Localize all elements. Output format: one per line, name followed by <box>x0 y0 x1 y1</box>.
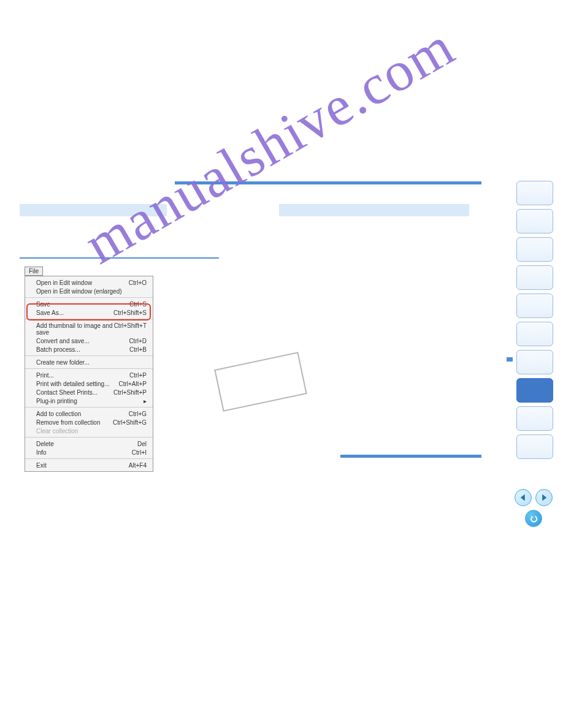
heading-bg-left <box>20 204 167 216</box>
menu-print[interactable]: Print...Ctrl+P <box>25 371 153 379</box>
separator-top <box>175 181 481 184</box>
menu-add-thumbnail[interactable]: Add thumbnail to image and saveCtrl+Shif… <box>25 321 153 336</box>
side-tab-8[interactable] <box>516 378 553 403</box>
side-tab-6[interactable] <box>516 322 553 346</box>
side-tab-1[interactable] <box>516 181 553 205</box>
menu-exit[interactable]: ExitAlt+F4 <box>25 461 153 469</box>
menu-plugin-printing[interactable]: Plug-in printing▸ <box>25 396 153 405</box>
menu-convert-save[interactable]: Convert and save...Ctrl+D <box>25 336 153 345</box>
menu-add-collection[interactable]: Add to collectionCtrl+G <box>25 409 153 418</box>
return-button[interactable] <box>525 510 542 527</box>
menu-remove-collection[interactable]: Remove from collectionCtrl+Shift+G <box>25 418 153 427</box>
heading-bg-right <box>279 204 469 216</box>
menu-open-edit[interactable]: Open in Edit windowCtrl+O <box>25 278 153 287</box>
menu-open-enlarged[interactable]: Open in Edit window (enlarged) <box>25 287 153 295</box>
menu-clear-collection: Clear collection <box>25 427 153 435</box>
prev-page-button[interactable] <box>515 489 532 506</box>
menu-save-as[interactable]: Save As...Ctrl+Shift+S <box>25 308 153 317</box>
stamp-rect <box>214 352 307 412</box>
side-tab-2[interactable] <box>516 209 553 233</box>
watermark-text: manualshive.com <box>74 13 465 277</box>
side-tab-4[interactable] <box>516 265 553 290</box>
menu-create-folder[interactable]: Create new folder... <box>25 358 153 366</box>
next-page-button[interactable] <box>535 489 553 506</box>
menu-batch-process[interactable]: Batch process...Ctrl+B <box>25 345 153 354</box>
menu-delete[interactable]: DeleteDel <box>25 439 153 448</box>
menu-print-detailed[interactable]: Print with detailed setting...Ctrl+Alt+P <box>25 379 153 388</box>
menu-contact-sheet[interactable]: Contact Sheet Prints...Ctrl+Shift+P <box>25 388 153 396</box>
separator-left <box>20 257 219 259</box>
side-tab-3[interactable] <box>516 237 553 262</box>
page-nav <box>514 489 553 527</box>
side-tab-7[interactable] <box>516 350 553 374</box>
menu-info[interactable]: InfoCtrl+I <box>25 448 153 457</box>
sidebar-tabs <box>516 181 553 459</box>
sidebar-marker <box>507 357 513 362</box>
menu-save[interactable]: SaveCtrl+S <box>25 300 153 308</box>
file-menu-tab[interactable]: File <box>25 267 43 276</box>
file-menu: File Open in Edit windowCtrl+O Open in E… <box>25 276 153 472</box>
side-tab-9[interactable] <box>516 406 553 431</box>
separator-bottom <box>340 455 481 458</box>
side-tab-10[interactable] <box>516 434 553 459</box>
side-tab-5[interactable] <box>516 294 553 318</box>
